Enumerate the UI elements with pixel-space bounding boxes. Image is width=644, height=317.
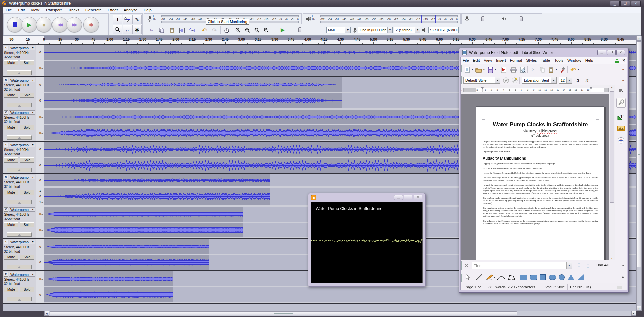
vertical-scroll-thumb[interactable]	[637, 41, 641, 267]
solo-button[interactable]: Solo	[20, 93, 34, 98]
export-pdf-button[interactable]	[500, 66, 508, 74]
select-tool-button[interactable]	[465, 274, 470, 281]
chevron-down-icon[interactable]: ▾	[556, 68, 557, 71]
multi-tool-button[interactable]: ∗	[132, 25, 142, 34]
solo-button[interactable]: Solo	[20, 287, 34, 292]
sync-lock-button[interactable]	[222, 26, 231, 35]
indent-marker[interactable]	[481, 87, 484, 89]
rounded-rectangle-shape-button[interactable]	[530, 275, 537, 280]
menu-item[interactable]: Help	[583, 57, 595, 62]
play-speed-thumb[interactable]	[298, 27, 301, 32]
toolbar-grip[interactable]	[144, 15, 146, 23]
menu-item[interactable]: Edit	[15, 7, 28, 12]
scroll-down-arrow[interactable]: ▼	[637, 306, 641, 310]
menu-item[interactable]: Effect	[105, 7, 121, 12]
sidebar-settings-icon[interactable]	[618, 88, 624, 94]
stop-button[interactable]: ■	[36, 17, 52, 32]
menu-item[interactable]: Insert	[494, 57, 508, 62]
solo-button[interactable]: Solo	[20, 255, 34, 260]
playback-device-select[interactable]: S271HL-1 (NVIDI▼	[428, 27, 459, 33]
polygon-button[interactable]	[507, 274, 515, 282]
track-collapse-button[interactable]	[7, 168, 32, 172]
toolbar-grip[interactable]	[461, 65, 462, 74]
menu-item[interactable]: Tracks	[65, 7, 82, 12]
update-available-icon[interactable]	[615, 58, 619, 63]
solo-button[interactable]: Solo	[20, 190, 34, 195]
toolbar-grip[interactable]	[462, 15, 463, 23]
toolbar-grip[interactable]	[461, 272, 462, 282]
play-at-speed-button[interactable]: ▶	[281, 27, 285, 33]
print-preview-button[interactable]	[519, 66, 527, 74]
scroll-left-arrow[interactable]: ◀	[44, 311, 49, 316]
toolbar-grip[interactable]	[278, 26, 279, 34]
font-size-select[interactable]: 12▼	[559, 77, 572, 84]
horizontal-scroll-thumb[interactable]	[50, 311, 517, 315]
text-language[interactable]: English (UK)	[570, 285, 591, 289]
sidebar-properties-tab[interactable]	[616, 98, 626, 108]
close-button[interactable]: ✕	[631, 1, 641, 6]
player-video-area[interactable]: Water Pump Clocks in Staffordshire	[311, 202, 423, 283]
track-vertical-ruler[interactable]: 010-1	[36, 174, 44, 206]
toolbar-grip[interactable]	[144, 26, 146, 34]
toolbar-grip[interactable]	[303, 15, 305, 23]
toolbar-overflow-button[interactable]: »	[622, 67, 624, 72]
skip-to-end-button[interactable]: ▶▶	[67, 17, 82, 32]
minimize-button[interactable]: ▁	[610, 1, 620, 6]
sidebar-gallery-tab[interactable]	[617, 125, 625, 132]
player-titlebar[interactable]: ▁ ❒ ✕	[308, 193, 425, 202]
document-page[interactable]: Water Pump Clocks in Staffordshire Vic B…	[476, 106, 604, 260]
find-input[interactable]	[472, 262, 566, 269]
recording-volume-slider[interactable]	[471, 19, 498, 19]
scroll-up-arrow[interactable]: ▲	[637, 36, 641, 41]
timeline-ruler[interactable]: -30-1501530451:001:151:301:452:002:152:3…	[3, 36, 636, 45]
menu-item[interactable]: View	[482, 57, 494, 62]
toolbar-overflow-button[interactable]: »	[622, 78, 624, 83]
toolbar-overflow-button[interactable]: »	[622, 263, 624, 268]
track-name-menu[interactable]: Waterpump▼	[9, 110, 35, 115]
solo-button[interactable]: Solo	[20, 125, 34, 130]
bold-button[interactable]: a	[574, 76, 582, 84]
menu-item[interactable]: Format	[508, 57, 524, 62]
track-close-button[interactable]: ✕	[4, 143, 8, 147]
selection-mode-icon[interactable]	[617, 286, 622, 289]
recording-volume-thumb[interactable]	[481, 16, 484, 21]
skip-to-start-button[interactable]: ◀◀	[52, 17, 68, 32]
zoom-out-button[interactable]	[243, 26, 252, 35]
writer-vertical-scrollbar[interactable]: ▲ ▼	[609, 85, 615, 260]
close-button[interactable]: ✕	[616, 50, 625, 55]
recording-device-select[interactable]: Line In (IDT High▼	[358, 27, 393, 33]
playback-volume-thumb[interactable]	[520, 16, 523, 21]
maximize-button[interactable]: ❒	[404, 195, 412, 200]
find-all-button[interactable]: Find All	[596, 263, 609, 267]
menu-item[interactable]: Window	[565, 57, 583, 62]
track-vertical-ruler[interactable]: 00	[36, 206, 44, 238]
mute-button[interactable]: Mute	[4, 255, 18, 260]
track-close-button[interactable]: ✕	[4, 175, 8, 179]
track-collapse-button[interactable]	[7, 70, 32, 75]
track-collapse-button[interactable]	[7, 135, 32, 140]
menu-item[interactable]: Analyze	[121, 7, 140, 12]
track-close-button[interactable]: ✕	[4, 78, 8, 82]
solo-button[interactable]: Solo	[20, 60, 34, 65]
play-speed-slider[interactable]	[289, 30, 318, 30]
track-name-menu[interactable]: Waterpump▼	[9, 78, 35, 82]
undo-button[interactable]: ↶	[569, 66, 577, 74]
scroll-down-arrow[interactable]: ▼	[609, 257, 615, 259]
audacity-titlebar[interactable]: Waterpump clocks in Staffordshire ▁ ❒ ✕	[0, 0, 644, 7]
menu-item[interactable]: Help	[140, 7, 155, 12]
paragraph-style-select[interactable]: Default Style▼	[463, 77, 500, 84]
envelope-tool-button[interactable]	[123, 15, 132, 24]
horizontal-scrollbar[interactable]: ◀ ▶	[44, 311, 636, 316]
word-count[interactable]: 385 words, 2,295 characters	[488, 285, 535, 289]
selection-tool-button[interactable]: I	[113, 15, 122, 24]
find-previous-button[interactable]: ⌃⌃	[576, 263, 582, 268]
menu-item[interactable]: Styles	[524, 57, 539, 62]
vertical-scrollbar[interactable]: ▲ ▼	[636, 36, 642, 311]
silence-audio-button[interactable]	[188, 26, 197, 35]
close-find-icon[interactable]: ✕	[465, 263, 468, 268]
mute-button[interactable]: Mute	[4, 287, 18, 292]
toolbar-grip[interactable]	[4, 15, 5, 34]
cut-button[interactable]: ✂	[530, 66, 538, 74]
insert-line-button[interactable]	[475, 274, 482, 282]
menu-item[interactable]: View	[28, 7, 42, 12]
